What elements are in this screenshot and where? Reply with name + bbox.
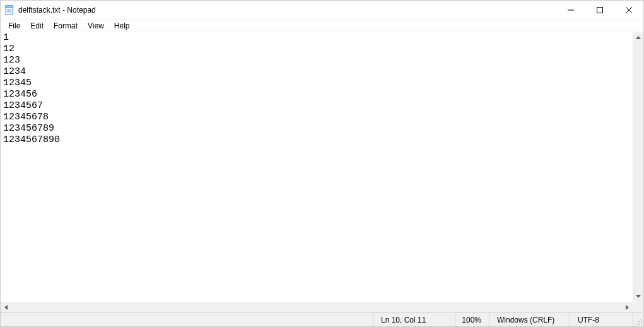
horizontal-scrollbar[interactable] [1, 302, 643, 312]
resize-grip[interactable] [633, 313, 643, 326]
svg-rect-6 [597, 7, 603, 13]
scroll-corner [633, 302, 643, 312]
window-title: delftstack.txt - Notepad [18, 6, 556, 15]
titlebar: delftstack.txt - Notepad [1, 1, 643, 20]
minimize-button[interactable] [556, 1, 585, 19]
scroll-left-button[interactable] [1, 302, 11, 312]
svg-marker-12 [626, 305, 629, 310]
menubar: File Edit Format View Help [1, 20, 643, 32]
menu-help[interactable]: Help [109, 20, 135, 32]
svg-point-15 [641, 321, 642, 323]
notepad-icon [4, 5, 15, 15]
status-spacer [1, 313, 373, 326]
svg-marker-10 [636, 295, 641, 298]
svg-point-14 [638, 321, 640, 323]
menu-view[interactable]: View [83, 20, 109, 32]
menu-edit[interactable]: Edit [25, 20, 49, 32]
svg-point-16 [636, 324, 637, 325]
text-editor[interactable]: 1 12 123 1234 12345 123456 1234567 12345… [1, 32, 633, 302]
svg-marker-11 [4, 305, 8, 310]
status-zoom: 100% [455, 313, 489, 326]
status-encoding: UTF-8 [570, 313, 633, 326]
menu-file[interactable]: File [3, 20, 25, 32]
scroll-up-button[interactable] [633, 32, 643, 43]
svg-rect-1 [6, 6, 13, 8]
svg-point-17 [638, 324, 640, 325]
scroll-down-button[interactable] [633, 291, 643, 302]
statusbar: Ln 10, Col 11 100% Windows (CRLF) UTF-8 [1, 312, 643, 326]
vertical-scroll-track[interactable] [633, 43, 643, 291]
window-controls [556, 1, 643, 19]
maximize-button[interactable] [585, 1, 614, 19]
scroll-right-button[interactable] [622, 302, 633, 312]
svg-point-18 [641, 324, 642, 325]
menu-format[interactable]: Format [49, 20, 83, 32]
svg-marker-9 [636, 36, 641, 39]
content-area: 1 12 123 1234 12345 123456 1234567 12345… [1, 32, 643, 302]
status-cursor-position: Ln 10, Col 11 [373, 313, 455, 326]
close-button[interactable] [614, 1, 643, 19]
status-line-ending: Windows (CRLF) [489, 313, 570, 326]
horizontal-scroll-track[interactable] [11, 302, 622, 312]
svg-point-13 [641, 319, 642, 320]
vertical-scrollbar[interactable] [633, 32, 643, 302]
